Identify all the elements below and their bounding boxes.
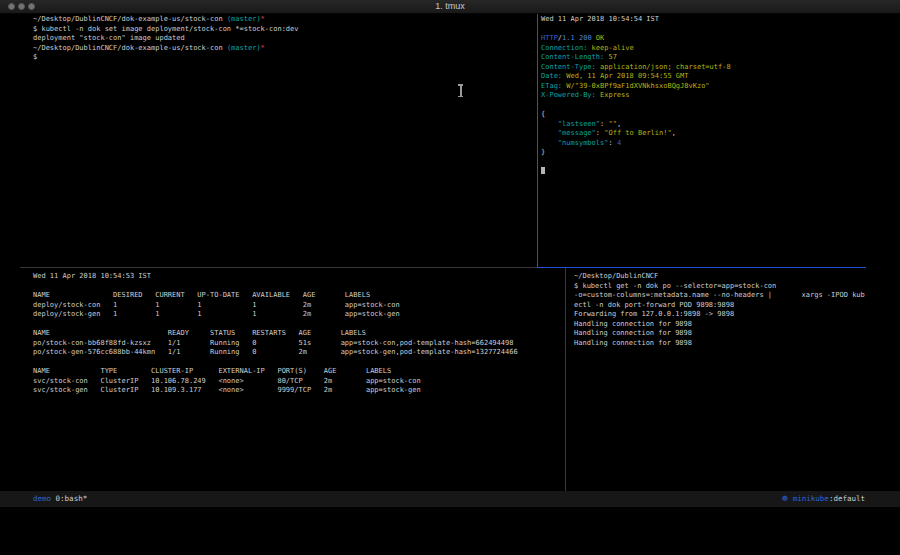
header-name: Date: bbox=[541, 72, 562, 80]
maximize-button[interactable] bbox=[28, 3, 35, 10]
prompt-path: ~/Desktop/DublinCNCF bbox=[574, 272, 865, 282]
terminal-line bbox=[541, 101, 731, 111]
terminal-prompt: $ bbox=[33, 53, 299, 63]
traffic-lights bbox=[8, 3, 35, 10]
header-name: Content-Type: bbox=[541, 63, 596, 71]
prompt-path: ~/Desktop/DublinCNCF/dok-example-us/stoc… bbox=[33, 44, 227, 52]
table-row: deploy/stock-con 1 1 1 1 2m app=stock-co… bbox=[33, 301, 518, 311]
terminal-line bbox=[541, 167, 731, 178]
http-status-line: HTTP/1.1 200 OK bbox=[541, 34, 731, 44]
pane-divider-vertical-top[interactable] bbox=[537, 14, 538, 267]
terminal-line-output: Forwarding from 127.0.0.1:9898 -> 9898 bbox=[574, 310, 865, 320]
git-dirty-flag: * bbox=[261, 15, 265, 23]
json-key: "numsymbols" bbox=[541, 139, 608, 147]
terminal-line-command: $ kubectl get -n dok po --selector=app=s… bbox=[574, 282, 865, 292]
text-ibeam-pointer bbox=[457, 84, 464, 97]
json-comma: , bbox=[617, 120, 621, 128]
git-branch: (master) bbox=[227, 44, 261, 52]
pane-http-response[interactable]: Wed 11 Apr 2018 10:54:54 IST HTTP/1.1 20… bbox=[541, 15, 731, 178]
close-button[interactable] bbox=[8, 3, 15, 10]
terminal-line bbox=[541, 25, 731, 35]
header-value: Express bbox=[596, 91, 630, 99]
header-value: 57 bbox=[604, 53, 617, 61]
pane-port-forward[interactable]: ~/Desktop/DublinCNCF $ kubectl get -n do… bbox=[574, 272, 865, 348]
git-dirty-flag: * bbox=[261, 44, 265, 52]
terminal-line bbox=[33, 282, 518, 292]
json-separator: : bbox=[608, 139, 616, 147]
terminal-line-output: Handling connection for 9898 bbox=[574, 329, 865, 339]
json-key: "message" bbox=[541, 129, 596, 137]
json-comma: , bbox=[672, 129, 676, 137]
pane-shell-set-image[interactable]: ~/Desktop/DublinCNCF/dok-example-us/stoc… bbox=[33, 15, 299, 63]
header-name: Content-Length: bbox=[541, 53, 604, 61]
terminal-line: ~/Desktop/DublinCNCF/dok-example-us/stoc… bbox=[33, 15, 299, 25]
json-close-brace: } bbox=[541, 148, 731, 158]
table-row: svc/stock-con ClusterIP 10.106.78.249 <n… bbox=[33, 377, 518, 387]
table-row: deploy/stock-gen 1 1 1 1 2m app=stock-ge… bbox=[33, 310, 518, 320]
status-right: ☸ minikube:default bbox=[782, 491, 866, 507]
header-value: W/"39-0xBPf9aF1dXVNkhsxoBQgJ8vKzo" bbox=[562, 82, 710, 90]
json-key: "lastseen" bbox=[541, 120, 600, 128]
table-row: po/stock-con-bb68f88fd-kzsxz 1/1 Running… bbox=[33, 339, 518, 349]
pane-divider-horizontal-right[interactable] bbox=[537, 267, 866, 268]
timestamp: Wed 11 Apr 2018 10:54:54 IST bbox=[541, 15, 731, 25]
http-header: X-Powered-By: Express bbox=[541, 91, 731, 101]
terminal-line bbox=[33, 358, 518, 368]
json-value: "Off to Berlin!" bbox=[604, 129, 671, 137]
window-tab[interactable]: 0:bash* bbox=[56, 494, 88, 503]
http-version: 1.1 bbox=[562, 34, 575, 42]
git-branch: (master) bbox=[227, 15, 261, 23]
kube-context: minikube bbox=[793, 494, 829, 503]
terminal-line bbox=[541, 158, 731, 168]
title-bar[interactable]: 1. tmux bbox=[0, 0, 900, 14]
http-header: Date: Wed, 11 Apr 2018 09:54:55 GMT bbox=[541, 72, 731, 82]
http-status-reason: OK bbox=[592, 34, 605, 42]
terminal-line-command: -o=custom-columns=:metadata.name --no-he… bbox=[574, 291, 865, 301]
header-name: ETag: bbox=[541, 82, 562, 90]
http-header: ETag: W/"39-0xBPf9aF1dXVNkhsxoBQgJ8vKzo" bbox=[541, 82, 731, 92]
terminal-line-command: $ kubectl -n dok set image deployment/st… bbox=[33, 25, 299, 35]
table-row: svc/stock-gen ClusterIP 10.109.3.177 <no… bbox=[33, 386, 518, 396]
json-value: "" bbox=[608, 120, 616, 128]
pane-kubectl-get[interactable]: Wed 11 Apr 2018 10:54:53 IST NAME DESIRE… bbox=[33, 272, 518, 396]
window-title: 1. tmux bbox=[0, 0, 900, 13]
header-value: application/json; charset=utf-8 bbox=[596, 63, 731, 71]
desktop: 1. tmux ~/Desktop/DublinCNCF/dok-example… bbox=[0, 0, 900, 555]
status-left: demo 0:bash* bbox=[33, 491, 87, 507]
pane-divider-horizontal-left[interactable] bbox=[20, 267, 537, 268]
pods-table-header: NAME READY STATUS RESTARTS AGE LABELS bbox=[33, 329, 518, 339]
json-row: "message": "Off to Berlin!", bbox=[541, 129, 731, 139]
header-name: X-Powered-By: bbox=[541, 91, 596, 99]
minimize-button[interactable] bbox=[18, 3, 25, 10]
tmux-status-bar: demo 0:bash* ☸ minikube:default bbox=[0, 491, 900, 507]
http-status-code: 200 bbox=[575, 34, 592, 42]
http-header: Content-Length: 57 bbox=[541, 53, 731, 63]
terminal-content: ~/Desktop/DublinCNCF/dok-example-us/stoc… bbox=[0, 14, 900, 491]
json-separator: : bbox=[596, 129, 604, 137]
session-name: demo bbox=[33, 494, 51, 503]
http-header: Connection: keep-alive bbox=[541, 44, 731, 54]
prompt-path: ~/Desktop/DublinCNCF/dok-example-us/stoc… bbox=[33, 15, 227, 23]
json-row: "numsymbols": 4 bbox=[541, 139, 731, 149]
table-row: po/stock-gen-576cc688bb-44kmn 1/1 Runnin… bbox=[33, 348, 518, 358]
terminal-line-output: deployment "stock-con" image updated bbox=[33, 34, 299, 44]
json-value: 4 bbox=[617, 139, 621, 147]
terminal-line-command: ectl -n dok port-forward POD 9898:9898 bbox=[574, 301, 865, 311]
json-row: "lastseen": "", bbox=[541, 120, 731, 130]
terminal-line-output: Handling connection for 9898 bbox=[574, 339, 865, 349]
http-protocol: HTTP bbox=[541, 34, 558, 42]
terminal-line bbox=[33, 320, 518, 330]
kube-namespace: :default bbox=[829, 494, 865, 503]
json-open-brace: { bbox=[541, 110, 731, 120]
header-name: Connection: bbox=[541, 44, 587, 52]
terminal-line-output: Handling connection for 9898 bbox=[574, 320, 865, 330]
timestamp: Wed 11 Apr 2018 10:54:53 IST bbox=[33, 272, 518, 282]
terminal-cursor bbox=[541, 167, 545, 174]
http-header: Content-Type: application/json; charset=… bbox=[541, 63, 731, 73]
header-value: Wed, 11 Apr 2018 09:54:55 GMT bbox=[562, 72, 688, 80]
services-table-header: NAME TYPE CLUSTER-IP EXTERNAL-IP PORT(S)… bbox=[33, 367, 518, 377]
terminal-line: ~/Desktop/DublinCNCF/dok-example-us/stoc… bbox=[33, 44, 299, 54]
deployments-table-header: NAME DESIRED CURRENT UP-TO-DATE AVAILABL… bbox=[33, 291, 518, 301]
pane-divider-vertical-bottom[interactable] bbox=[565, 268, 566, 491]
header-value: keep-alive bbox=[587, 44, 633, 52]
